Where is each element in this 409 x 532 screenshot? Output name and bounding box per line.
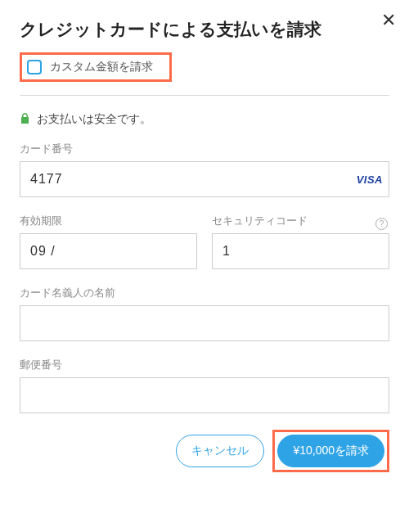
help-icon[interactable]: ?	[375, 218, 388, 230]
secure-notice: お支払いは安全です。	[20, 112, 389, 127]
visa-icon: VISA	[357, 174, 383, 186]
modal-title: クレジットカードによる支払いを請求	[20, 18, 389, 41]
cvc-input[interactable]	[212, 233, 389, 269]
cvc-label: セキュリティコード	[212, 214, 308, 228]
card-number-field: カード番号 VISA	[20, 142, 389, 197]
postal-label: 郵便番号	[20, 358, 389, 372]
cvc-field: セキュリティコード ?	[212, 214, 389, 269]
close-icon[interactable]: ✕	[381, 11, 396, 29]
card-number-label: カード番号	[20, 142, 389, 156]
expiry-label: 有効期限	[20, 214, 197, 228]
card-number-input-wrap: VISA	[20, 161, 389, 197]
card-number-input[interactable]	[20, 161, 389, 197]
submit-button[interactable]: ¥10,000を請求	[277, 435, 384, 467]
secure-text: お支払いは安全です。	[37, 112, 151, 127]
expiry-field: 有効期限	[20, 214, 197, 269]
highlight-custom-amount: カスタム金額を請求	[20, 52, 172, 82]
highlight-submit: ¥10,000を請求	[272, 430, 389, 472]
postal-input[interactable]	[20, 377, 389, 413]
cardholder-input[interactable]	[20, 305, 389, 341]
custom-amount-label: カスタム金額を請求	[50, 60, 153, 74]
cancel-button[interactable]: キャンセル	[176, 435, 264, 467]
custom-amount-checkbox[interactable]	[27, 60, 42, 74]
divider	[20, 95, 389, 96]
footer-actions: キャンセル ¥10,000を請求	[20, 430, 389, 472]
expiry-cvc-row: 有効期限 セキュリティコード ?	[20, 214, 389, 286]
cardholder-field: カード名義人の名前	[20, 286, 389, 341]
lock-icon	[20, 112, 30, 127]
postal-field: 郵便番号	[20, 358, 389, 413]
payment-modal: ✕ クレジットカードによる支払いを請求 カスタム金額を請求 お支払いは安全です。…	[0, 0, 409, 489]
custom-amount-row[interactable]: カスタム金額を請求	[27, 60, 153, 74]
expiry-input[interactable]	[20, 233, 197, 269]
cardholder-label: カード名義人の名前	[20, 286, 389, 300]
cvc-label-row: セキュリティコード ?	[212, 214, 389, 233]
